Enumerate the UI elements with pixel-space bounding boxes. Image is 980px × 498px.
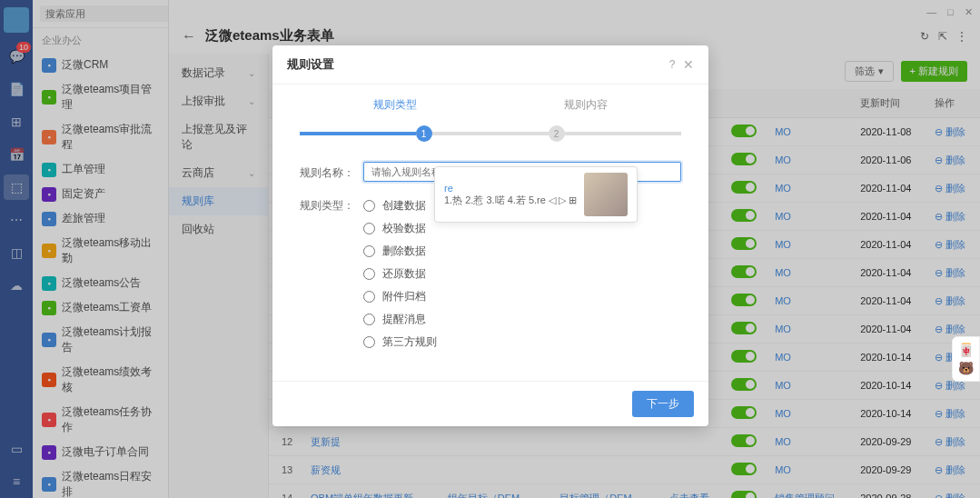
rule-settings-modal: 规则设置 ? ✕ 规则类型 规则内容 1 2 规则名称： bbox=[272, 45, 708, 426]
step-2-label: 规则内容 bbox=[490, 97, 681, 113]
radio-label: 删除数据 bbox=[382, 244, 426, 259]
radio-label: 提醒消息 bbox=[382, 312, 426, 327]
radio-input[interactable] bbox=[363, 336, 375, 348]
radio-input[interactable] bbox=[363, 245, 375, 257]
radio-input[interactable] bbox=[363, 223, 375, 234]
modal-overlay[interactable]: 规则设置 ? ✕ 规则类型 规则内容 1 2 规则名称： bbox=[0, 0, 980, 498]
rule-name-label: 规则名称： bbox=[300, 162, 363, 181]
rule-type-option-6[interactable]: 第三方规则 bbox=[363, 331, 681, 354]
ime-input: re bbox=[444, 183, 577, 194]
rule-type-option-3[interactable]: 还原数据 bbox=[363, 263, 681, 285]
step-2-circle: 2 bbox=[549, 125, 565, 142]
step-1-circle: 1 bbox=[416, 125, 432, 142]
float-widget[interactable]: 🀄 🐻 bbox=[952, 336, 980, 382]
ime-popup: re 1.热 2.惹 3.喏 4.若 5.re ◁ ▷ ⊞ bbox=[434, 166, 638, 223]
rule-type-option-4[interactable]: 附件归档 bbox=[363, 285, 681, 308]
radio-label: 创建数据 bbox=[382, 198, 426, 214]
radio-input[interactable] bbox=[363, 200, 375, 212]
radio-label: 校验数据 bbox=[382, 221, 426, 236]
modal-close-icon[interactable]: ✕ bbox=[683, 57, 694, 72]
modal-title: 规则设置 bbox=[287, 56, 334, 73]
rule-type-option-5[interactable]: 提醒消息 bbox=[363, 308, 681, 331]
rule-type-option-2[interactable]: 删除数据 bbox=[363, 240, 681, 263]
step-1-label: 规则类型 bbox=[300, 97, 490, 113]
next-button[interactable]: 下一步 bbox=[632, 391, 694, 417]
float-item-1[interactable]: 🀄 bbox=[958, 343, 974, 357]
help-icon[interactable]: ? bbox=[669, 58, 676, 71]
radio-label: 附件归档 bbox=[382, 289, 426, 304]
rule-type-label: 规则类型： bbox=[300, 194, 363, 214]
radio-label: 第三方规则 bbox=[382, 334, 437, 350]
radio-input[interactable] bbox=[363, 291, 375, 303]
ime-avatar bbox=[584, 173, 628, 216]
radio-input[interactable] bbox=[363, 314, 375, 325]
float-item-2[interactable]: 🐻 bbox=[958, 361, 974, 375]
ime-candidates[interactable]: 1.热 2.惹 3.喏 4.若 5.re ◁ ▷ ⊞ bbox=[444, 194, 577, 207]
radio-input[interactable] bbox=[363, 268, 375, 280]
radio-label: 还原数据 bbox=[382, 266, 426, 282]
